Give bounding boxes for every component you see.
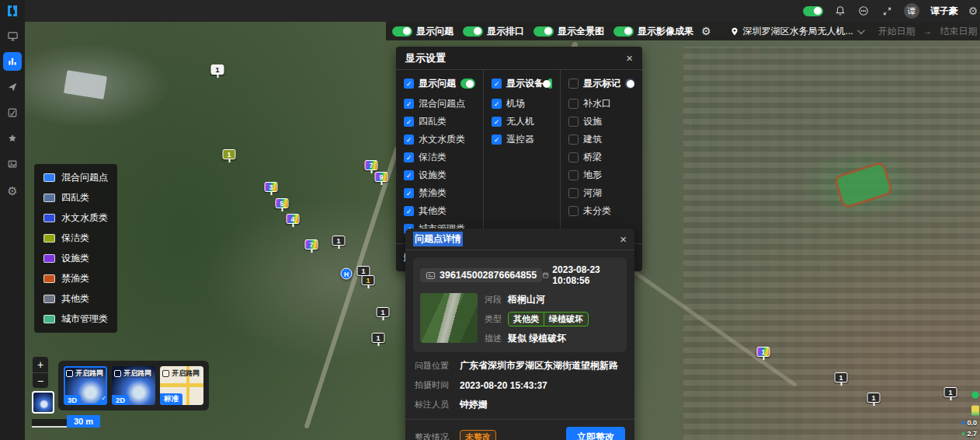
fix-now-button[interactable]: 立即整改 bbox=[566, 427, 625, 440]
road-network-option[interactable]: 开启路网 bbox=[66, 368, 103, 379]
settings-checkbox-item[interactable]: 地形 bbox=[568, 169, 634, 182]
issue-marker[interactable]: 1 bbox=[835, 372, 848, 382]
issue-marker[interactable]: 1 bbox=[867, 393, 881, 403]
group-toggle[interactable] bbox=[460, 79, 475, 89]
settings-checkbox-item[interactable]: 建筑 bbox=[568, 133, 634, 146]
sidebar-item-dashboard[interactable] bbox=[3, 52, 22, 71]
header-quick-toggle[interactable] bbox=[803, 6, 823, 16]
close-icon[interactable]: × bbox=[626, 52, 633, 64]
basemap-mini-thumbnail[interactable] bbox=[32, 391, 54, 414]
issue-marker[interactable]: 1 bbox=[211, 65, 224, 75]
settings-checkbox-item[interactable]: ✓机场 bbox=[492, 97, 552, 110]
settings-checkbox-item[interactable]: 补水口 bbox=[568, 97, 634, 110]
issue-marker[interactable]: 3 bbox=[265, 182, 278, 192]
issue-marker[interactable]: 1 bbox=[362, 275, 375, 285]
item-checkbox[interactable]: ✓ bbox=[492, 99, 502, 109]
road-network-checkbox[interactable] bbox=[162, 370, 169, 377]
end-date-input[interactable]: 结束日期 bbox=[940, 25, 978, 38]
issue-marker[interactable]: 7 bbox=[305, 239, 318, 250]
item-checkbox[interactable] bbox=[568, 188, 579, 198]
sidebar-item-gallery[interactable] bbox=[3, 155, 22, 173]
more-circle-icon[interactable] bbox=[857, 5, 870, 17]
road-network-option[interactable]: 开启路网 bbox=[162, 368, 200, 379]
gear-icon[interactable]: ⚙ bbox=[969, 5, 977, 17]
display-settings-gear-icon[interactable]: ⚙ bbox=[701, 25, 711, 37]
item-checkbox[interactable]: ✓ bbox=[404, 134, 414, 145]
settings-checkbox-item[interactable]: ✓设施类 bbox=[404, 169, 475, 182]
settings-checkbox-item[interactable]: ✓混合问题点 bbox=[404, 97, 475, 110]
field-label: 拍摄时间 bbox=[415, 379, 460, 391]
item-checkbox[interactable]: ✓ bbox=[404, 99, 414, 109]
item-checkbox[interactable]: ✓ bbox=[492, 117, 502, 127]
road-network-checkbox[interactable] bbox=[66, 370, 73, 377]
issue-marker[interactable]: 1 bbox=[944, 387, 957, 397]
issue-marker[interactable]: 7 bbox=[365, 160, 378, 170]
item-checkbox[interactable] bbox=[568, 170, 579, 180]
item-checkbox[interactable]: ✓ bbox=[492, 134, 502, 145]
start-date-input[interactable]: 开始日期 bbox=[878, 25, 916, 38]
group-label: 显示问题 bbox=[419, 77, 456, 90]
sidebar-item-star[interactable] bbox=[3, 129, 22, 148]
issue-marker[interactable]: 5 bbox=[276, 198, 289, 208]
road-network-option[interactable]: 开启路网 bbox=[114, 368, 151, 379]
sidebar-item-send[interactable] bbox=[3, 78, 22, 96]
road-network-checkbox[interactable] bbox=[114, 370, 121, 377]
issue-marker[interactable]: 9 bbox=[375, 172, 388, 182]
settings-checkbox-item[interactable]: ✓遥控器 bbox=[492, 133, 552, 146]
settings-checkbox-item[interactable]: ✓保洁类 bbox=[404, 151, 475, 164]
item-checkbox[interactable] bbox=[568, 206, 579, 216]
fullscreen-icon[interactable] bbox=[881, 5, 893, 17]
issue-marker[interactable]: 4 bbox=[287, 214, 300, 224]
airport-marker[interactable]: H bbox=[341, 268, 353, 280]
group-toggle[interactable] bbox=[625, 79, 634, 89]
issue-photo-thumbnail[interactable] bbox=[420, 293, 478, 343]
settings-checkbox-item[interactable]: 未分类 bbox=[568, 204, 634, 218]
zoom-in-button[interactable]: + bbox=[33, 357, 48, 372]
settings-checkbox-item[interactable]: ✓无人机 bbox=[492, 115, 552, 128]
issue-marker[interactable]: 1 bbox=[332, 236, 346, 246]
settings-checkbox-item[interactable]: 河湖 bbox=[568, 187, 634, 200]
issue-marker[interactable]: 1 bbox=[223, 149, 236, 159]
close-icon[interactable]: × bbox=[620, 233, 627, 245]
settings-checkbox-item[interactable]: ✓禁渔类 bbox=[404, 187, 475, 200]
item-checkbox[interactable]: ✓ bbox=[404, 170, 414, 180]
item-checkbox[interactable]: ✓ bbox=[404, 206, 414, 216]
item-checkbox[interactable] bbox=[568, 134, 579, 145]
toggle-switch[interactable] bbox=[533, 26, 554, 37]
item-checkbox[interactable] bbox=[568, 117, 579, 127]
sensor-marker[interactable] bbox=[971, 406, 979, 416]
issue-marker[interactable]: 1 bbox=[377, 307, 390, 317]
toggle-switch[interactable] bbox=[463, 26, 483, 37]
sidebar-item-monitor[interactable] bbox=[3, 26, 22, 45]
sidebar-item-annotate[interactable] bbox=[3, 103, 22, 122]
settings-checkbox-item[interactable]: 设施 bbox=[568, 115, 634, 128]
zoom-out-button[interactable]: − bbox=[33, 372, 48, 388]
device-dot-marker[interactable] bbox=[972, 392, 979, 399]
org-selector[interactable]: 深圳罗湖区水务局无人机... bbox=[730, 25, 863, 38]
group-checkbox[interactable]: ✓ bbox=[404, 79, 414, 89]
item-checkbox[interactable] bbox=[568, 152, 579, 162]
item-checkbox[interactable]: ✓ bbox=[404, 152, 414, 162]
notification-bell-icon[interactable] bbox=[834, 5, 846, 17]
user-avatar[interactable]: 谭 bbox=[904, 3, 919, 19]
item-checkbox[interactable]: ✓ bbox=[404, 188, 414, 198]
group-checkbox[interactable] bbox=[568, 79, 579, 89]
item-checkbox[interactable] bbox=[568, 99, 579, 109]
issue-marker[interactable]: 1 bbox=[372, 333, 385, 343]
sidebar-item-settings[interactable]: ⚙ bbox=[3, 182, 22, 201]
basemap-tile-2D[interactable]: 开启路网2D bbox=[112, 366, 155, 405]
settings-checkbox-item[interactable]: ✓四乱类 bbox=[404, 115, 475, 128]
item-checkbox[interactable]: ✓ bbox=[404, 117, 414, 127]
basemap-tile-标准[interactable]: 开启路网标准 bbox=[160, 366, 203, 405]
group-checkbox[interactable]: ✓ bbox=[492, 79, 502, 89]
settings-checkbox-item[interactable]: 桥梁 bbox=[568, 151, 634, 164]
issue-marker[interactable]: 1 bbox=[757, 347, 770, 357]
group-toggle[interactable] bbox=[548, 79, 552, 89]
user-name[interactable]: 谭子豪 bbox=[930, 5, 958, 18]
basemap-tile-3D[interactable]: 开启路网3D bbox=[64, 366, 107, 405]
settings-checkbox-item[interactable]: ✓水文水质类 bbox=[404, 133, 475, 146]
toggle-switch[interactable] bbox=[613, 26, 634, 37]
toggle-switch[interactable] bbox=[392, 26, 412, 37]
settings-checkbox-item[interactable]: ✓其他类 bbox=[404, 204, 475, 218]
app-logo[interactable] bbox=[0, 0, 25, 22]
